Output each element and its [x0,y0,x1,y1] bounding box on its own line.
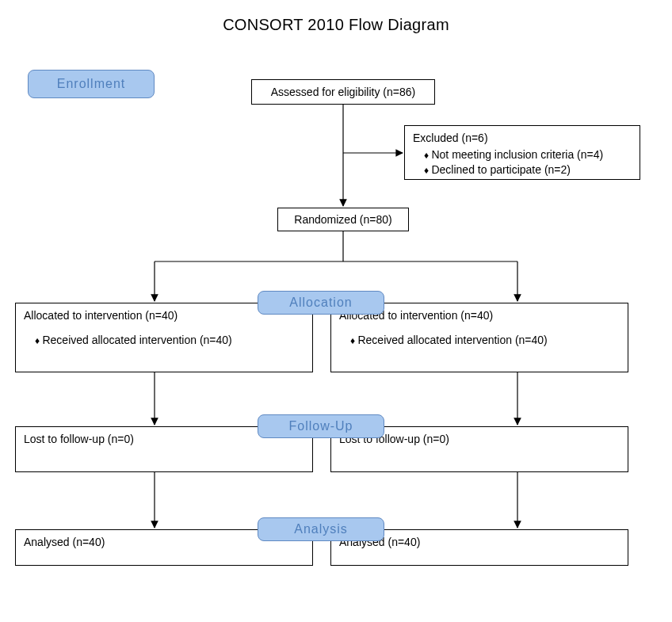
phase-enrollment-pill: Enrollment [28,70,155,98]
phase-allocation-pill: Allocation [258,291,384,315]
phase-followup-pill: Follow-Up [258,414,384,438]
phase-analysis-pill: Analysis [258,517,384,541]
consort-flow-diagram: CONSORT 2010 Flow Diagram Enrollment All… [0,0,672,622]
excluded-reason-criteria: Not meeting inclusion criteria (n=4) [424,147,632,162]
excluded-title: Excluded (n=6) [413,131,632,146]
randomized-text: Randomized (n=80) [294,213,391,226]
assessed-eligibility-box: Assessed for eligibility (n=86) [251,79,435,105]
excluded-reason-declined: Declined to participate (n=2) [424,162,632,177]
analysis-left-text: Analysed (n=40) [24,536,105,548]
allocation-right-received: Received allocated intervention (n=40) [350,333,620,348]
allocation-left-received: Received allocated intervention (n=40) [35,333,304,348]
followup-left-text: Lost to follow-up (n=0) [24,433,134,445]
diagram-title: CONSORT 2010 Flow Diagram [0,16,672,34]
excluded-box: Excluded (n=6) Not meeting inclusion cri… [404,125,640,180]
randomized-box: Randomized (n=80) [277,208,409,231]
assessed-eligibility-text: Assessed for eligibility (n=86) [271,86,415,98]
